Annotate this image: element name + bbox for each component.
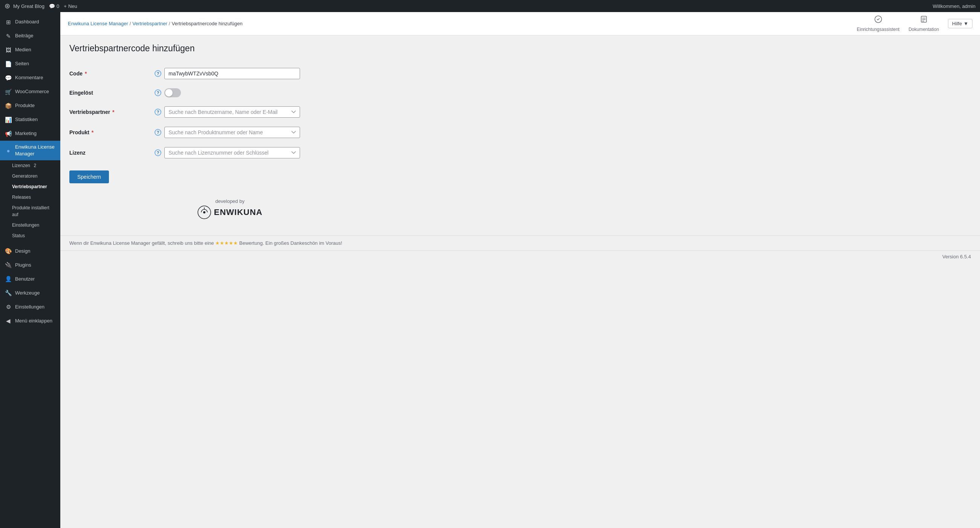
breadcrumb-enwikuna[interactable]: Enwikuna License Manager: [68, 21, 128, 26]
produkt-field-row: ? Suche nach Produktnummer oder Name: [152, 127, 390, 138]
docs-icon: [920, 15, 928, 26]
sidebar-item-benutzer[interactable]: 👤 Benutzer: [0, 272, 60, 286]
required-marker-3: *: [92, 129, 94, 136]
sidebar-item-medien[interactable]: 🖼 Medien: [0, 43, 60, 57]
produkt-help-icon[interactable]: ?: [154, 129, 161, 136]
lizenz-help-icon[interactable]: ?: [154, 149, 161, 156]
dashboard-icon: ⊞: [5, 18, 12, 26]
plugins-icon: 🔌: [5, 261, 12, 269]
marketing-icon: 📢: [5, 130, 12, 138]
hilfe-button[interactable]: Hilfe ▼: [948, 19, 972, 28]
submenu-generatoren[interactable]: Generatoren: [0, 171, 60, 182]
required-marker: *: [85, 70, 87, 77]
main-content: Enwikuna License Manager / Vertriebspart…: [60, 12, 980, 528]
stars-icon: ★★★★★: [215, 240, 238, 246]
chevron-down-icon: ▼: [963, 21, 968, 26]
produkt-label: Produkt *: [69, 122, 152, 142]
new-post-link[interactable]: + Neu: [64, 3, 77, 9]
sidebar-item-einstellungen[interactable]: ⚙ Einstellungen: [0, 300, 60, 314]
sidebar-item-woocommerce[interactable]: 🛒 WooCommerce: [0, 85, 60, 99]
vertriebspartner-field-cell: ? Suche nach Benutzername, Name oder E-M…: [152, 102, 390, 122]
submenu-einstellungen[interactable]: Einstellungen: [0, 220, 60, 230]
page-header: Enwikuna License Manager / Vertriebspart…: [60, 12, 980, 35]
sidebar-item-produkte[interactable]: 📦 Produkte: [0, 99, 60, 113]
code-field-row: ?: [152, 68, 390, 79]
breadcrumb-current: Vertriebspartnercode hinzufügen: [172, 21, 242, 26]
posts-icon: ✎: [5, 32, 12, 40]
submenu-lizenzen[interactable]: Lizenzen 2: [0, 160, 60, 171]
submenu-produkte-installiert[interactable]: Produkte installiert auf: [0, 203, 60, 220]
vertriebspartner-help-icon[interactable]: ?: [154, 108, 161, 115]
comment-icon: 💬: [49, 3, 55, 9]
form-row-code: Code * ?: [69, 63, 390, 84]
design-icon: 🎨: [5, 247, 12, 255]
settings-icon: ⚙: [5, 303, 12, 311]
header-actions: Einrichtungsassistent Dokumentation Hilf…: [857, 15, 972, 32]
analytics-icon: 📊: [5, 116, 12, 124]
form-row-lizenz: Lizenz ? Suche nach Lizenznummer oder Sc…: [69, 142, 390, 163]
sidebar-item-collapse[interactable]: ◀ Menü einklappen: [0, 314, 60, 328]
setup-assistant-button[interactable]: Einrichtungsassistent: [857, 15, 899, 32]
enwikuna-logo: ENWIKUNA: [197, 206, 263, 219]
lizenz-label: Lizenz: [69, 142, 152, 163]
vertriebspartner-select[interactable]: Suche nach Benutzername, Name oder E-Mai…: [164, 106, 300, 118]
eingeloest-field-cell: ?: [152, 84, 390, 102]
form-row-produkt: Produkt * ? Suche nach Produktnummer ode…: [69, 122, 390, 142]
lizenz-select[interactable]: Suche nach Lizenznummer oder Schlüssel: [164, 147, 300, 158]
eingeloest-field-row: ?: [152, 88, 390, 97]
sidebar-item-design[interactable]: 🎨 Design: [0, 244, 60, 258]
save-button[interactable]: Speichern: [69, 171, 109, 183]
sidebar-item-enwikuna[interactable]: ● Enwikuna License Manager: [0, 141, 60, 160]
form-row-eingeloest: Eingelöst ?: [69, 84, 390, 102]
page-wrap: Vertriebspartnercode hinzufügen Code * ?: [60, 35, 399, 235]
sidebar-item-seiten[interactable]: 📄 Seiten: [0, 57, 60, 71]
code-label: Code *: [69, 63, 152, 84]
produkt-field-cell: ? Suche nach Produktnummer oder Name: [152, 122, 390, 142]
code-help-icon[interactable]: ?: [154, 70, 161, 77]
footer-notice: Wenn dir Enwikuna License Manager gefäll…: [60, 235, 980, 250]
products-icon: 📦: [5, 102, 12, 110]
sidebar-item-marketing[interactable]: 📢 Marketing: [0, 127, 60, 141]
submenu-releases[interactable]: Releases: [0, 192, 60, 203]
sidebar-item-dashboard[interactable]: ⊞ Dashboard: [0, 15, 60, 29]
eingeloest-label: Eingelöst: [69, 84, 152, 102]
sidebar-item-plugins[interactable]: 🔌 Plugins: [0, 258, 60, 272]
form-table: Code * ? Eingelöst: [69, 63, 390, 163]
welcome-message: Willkommen, admin: [933, 3, 975, 9]
code-input[interactable]: [164, 68, 300, 79]
admin-bar: ⊛ My Great Blog 💬 0 + Neu Willkommen, ad…: [0, 0, 980, 12]
submenu-status[interactable]: Status: [0, 230, 60, 241]
enwikuna-logo-icon: [197, 206, 211, 219]
users-icon: 👤: [5, 275, 12, 283]
collapse-icon: ◀: [5, 317, 12, 325]
submenu-vertriebspartner[interactable]: Vertriebspartner: [0, 182, 60, 192]
code-field-cell: ?: [152, 63, 390, 84]
comments-menu-icon: 💬: [5, 74, 12, 82]
lizenz-field-row: ? Suche nach Lizenznummer oder Schlüssel: [152, 147, 390, 158]
enwikuna-icon: ●: [5, 147, 12, 155]
pages-icon: 📄: [5, 60, 12, 68]
sidebar-item-kommentare[interactable]: 💬 Kommentare: [0, 71, 60, 85]
required-marker-2: *: [112, 109, 114, 115]
eingeloest-toggle[interactable]: [164, 88, 181, 97]
developed-by-label: developed by: [69, 198, 390, 204]
vertriebspartner-label: Vertriebspartner *: [69, 102, 152, 122]
sidebar-item-statistiken[interactable]: 📊 Statistiken: [0, 113, 60, 127]
media-icon: 🖼: [5, 46, 12, 54]
sidebar-item-werkzeuge[interactable]: 🔧 Werkzeuge: [0, 286, 60, 300]
toggle-knob: [165, 89, 173, 97]
produkt-select[interactable]: Suche nach Produktnummer oder Name: [164, 127, 300, 138]
comments-link[interactable]: 💬 0: [49, 3, 59, 9]
documentation-button[interactable]: Dokumentation: [908, 15, 939, 32]
vertriebspartner-field-row: ? Suche nach Benutzername, Name oder E-M…: [152, 106, 390, 118]
sidebar-item-beitraege[interactable]: ✎ Beiträge: [0, 29, 60, 43]
svg-point-3: [203, 211, 205, 214]
breadcrumb-vertriebspartner[interactable]: Vertriebspartner: [132, 21, 167, 26]
woocommerce-icon: 🛒: [5, 88, 12, 96]
admin-sidebar: ⊞ Dashboard ✎ Beiträge 🖼 Medien 📄 Seiten…: [0, 12, 60, 528]
eingeloest-help-icon[interactable]: ?: [154, 89, 161, 96]
tools-icon: 🔧: [5, 289, 12, 297]
breadcrumb: Enwikuna License Manager / Vertriebspart…: [68, 21, 242, 26]
version-info: Version 6.5.4: [60, 250, 980, 263]
site-name[interactable]: My Great Blog: [13, 3, 45, 9]
